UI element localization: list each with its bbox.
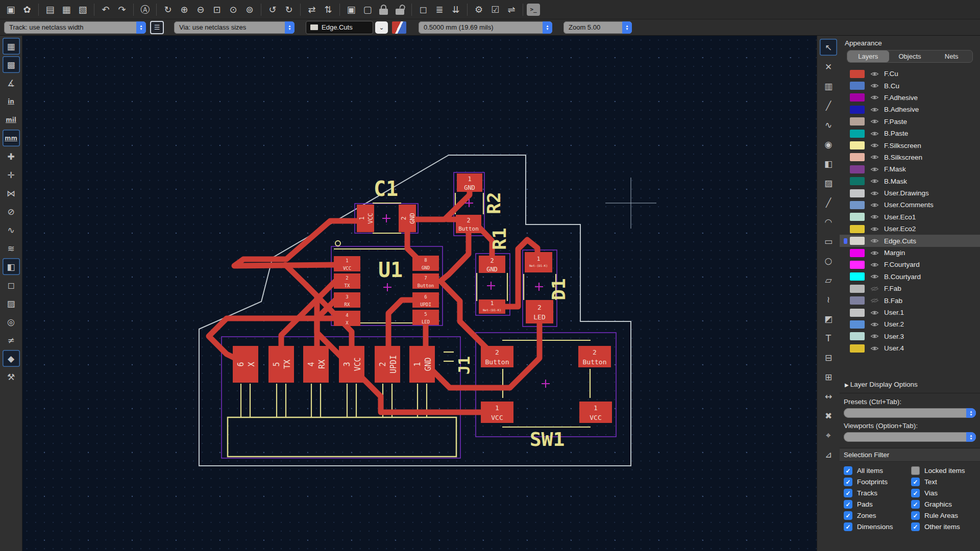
eye-icon[interactable] xyxy=(870,250,879,256)
eye-icon[interactable] xyxy=(870,310,879,316)
zoom-selection-icon[interactable]: ⊚ xyxy=(242,2,257,17)
stepper-icon[interactable]: ▲▼ xyxy=(966,432,976,442)
crosshair-full-icon[interactable]: ✛ xyxy=(3,166,20,183)
track-sketch-mode-icon[interactable]: ≠ xyxy=(3,332,20,348)
units-mm-icon[interactable]: mm xyxy=(3,130,20,146)
layer-row-user.3[interactable]: User.3 xyxy=(840,331,980,342)
add-table-icon[interactable]: ⊞ xyxy=(820,368,837,385)
draw-circle-icon[interactable]: ○ xyxy=(820,252,837,269)
layer-color-swatch[interactable] xyxy=(850,296,865,305)
eye-icon[interactable] xyxy=(870,178,879,184)
layer-row-f.paste[interactable]: F.Paste xyxy=(840,116,980,128)
board-setup-icon[interactable]: ⚙ xyxy=(471,2,486,17)
lock-icon[interactable] xyxy=(376,2,391,17)
unlock-icon[interactable] xyxy=(393,2,408,17)
zone-outline-mode-icon[interactable]: ◻ xyxy=(3,277,20,293)
draw-bezier-icon[interactable]: ≀ xyxy=(820,291,837,308)
layer-color-swatch[interactable] xyxy=(850,225,865,233)
via-sketch-mode-icon[interactable]: ◎ xyxy=(3,313,20,330)
presets-dropdown[interactable]: ▲▼ xyxy=(844,408,976,418)
eye-icon[interactable] xyxy=(870,94,879,101)
library-browser-icon[interactable]: ≣ xyxy=(432,2,447,17)
high-contrast-mode-icon[interactable]: ◆ xyxy=(3,350,20,367)
layer-color-swatch[interactable] xyxy=(850,201,865,209)
eye-icon[interactable] xyxy=(870,154,879,160)
layer-color-swatch[interactable] xyxy=(850,82,865,90)
curved-ratsnest-icon[interactable]: ∿ xyxy=(3,221,20,238)
filter-pads[interactable]: ✓ Pads xyxy=(844,500,911,509)
layer-row-b.fab[interactable]: B.Fab xyxy=(840,294,980,306)
checkbox[interactable] xyxy=(911,466,920,475)
filter-graphics[interactable]: ✓ Graphics xyxy=(911,500,980,509)
layer-color-swatch[interactable] xyxy=(850,332,865,340)
add-via-icon[interactable]: ◉ xyxy=(820,136,837,153)
layer-color-swatch[interactable] xyxy=(850,70,865,78)
checkbox[interactable]: ✓ xyxy=(844,511,852,520)
add-footprint-icon[interactable]: ▥ xyxy=(820,78,837,94)
draw-line-icon[interactable]: ╱ xyxy=(820,194,837,211)
stepper-icon[interactable]: ▲▼ xyxy=(285,21,295,34)
tab-layers[interactable]: Layers xyxy=(847,51,889,62)
flip-horizontal-icon[interactable]: ⇄ xyxy=(304,2,320,17)
update-pcb-icon[interactable]: ⇊ xyxy=(448,2,463,17)
layer-row-user.2[interactable]: User.2 xyxy=(840,318,980,330)
layer-row-f.fab[interactable]: F.Fab xyxy=(840,283,980,294)
filter-tracks[interactable]: ✓ Tracks xyxy=(844,489,911,497)
find-icon[interactable]: Ⓐ xyxy=(137,2,153,17)
rotate-cw-icon[interactable]: ↻ xyxy=(281,2,297,17)
layer-row-user.comments[interactable]: User.Comments xyxy=(840,199,980,211)
properties-tool-icon[interactable]: ⚒ xyxy=(3,368,20,385)
show-grid-icon[interactable]: ▦ xyxy=(3,38,20,55)
zoom-dropdown[interactable]: Zoom 5.00 ▲▼ xyxy=(564,21,632,34)
plot-icon[interactable]: ▧ xyxy=(75,2,90,17)
zoom-in-icon[interactable]: ⊕ xyxy=(177,2,192,17)
checkbox[interactable]: ✓ xyxy=(844,478,852,486)
net-highlight-icon[interactable]: ≋ xyxy=(3,240,20,257)
draw-arc-icon[interactable]: ◠ xyxy=(820,213,837,230)
track-width-dropdown[interactable]: Track: use netclass width ▲▼ xyxy=(4,21,146,34)
layer-row-f.mask[interactable]: F.Mask xyxy=(840,163,980,175)
rotate-ccw-icon[interactable]: ↺ xyxy=(265,2,280,17)
crosshair-cursor-icon[interactable]: ✚ xyxy=(3,148,20,165)
filter-other-items[interactable]: ✓ Other items xyxy=(911,522,980,531)
layer-pair-icon[interactable] xyxy=(392,21,406,34)
design-rules-check-icon[interactable]: ☑ xyxy=(487,2,503,17)
draw-polygon-icon[interactable]: ▱ xyxy=(820,271,837,288)
units-inches-icon[interactable]: in xyxy=(3,93,20,110)
layer-color-swatch[interactable] xyxy=(850,189,865,197)
plugin-manager-icon[interactable]: ✿ xyxy=(19,2,35,17)
layer-color-swatch[interactable] xyxy=(850,237,865,245)
layer-selector[interactable]: Edge.Cuts xyxy=(306,21,373,34)
hide-ratsnest-icon[interactable]: ⊘ xyxy=(3,203,20,220)
eye-icon[interactable] xyxy=(870,166,879,172)
eye-icon[interactable] xyxy=(870,345,879,352)
scripting-console-icon[interactable]: >_ xyxy=(527,4,540,16)
copper-trace[interactable] xyxy=(440,231,469,281)
layer-color-swatch[interactable] xyxy=(850,106,865,114)
layer-row-user.drawings[interactable]: User.Drawings xyxy=(840,187,980,199)
track-size-dropdown[interactable]: 0.5000 mm (19.69 mils) ▲▼ xyxy=(419,21,552,34)
layer-row-b.adhesive[interactable]: B.Adhesive xyxy=(840,104,980,115)
eye-icon[interactable] xyxy=(870,118,879,124)
layer-color-swatch[interactable] xyxy=(850,285,865,293)
stepper-icon[interactable]: ▲▼ xyxy=(966,408,976,418)
layer-color-swatch[interactable] xyxy=(850,177,865,185)
grid-overrides-icon[interactable]: ▩ xyxy=(3,56,20,73)
delete-tool-icon[interactable]: ✖ xyxy=(820,407,837,424)
units-mils-icon[interactable]: mil xyxy=(3,111,20,128)
layer-color-swatch[interactable] xyxy=(850,309,865,317)
filter-dimensions[interactable]: ✓ Dimensions xyxy=(844,522,911,531)
eye-icon[interactable] xyxy=(870,333,879,339)
undo-icon[interactable]: ↶ xyxy=(98,2,113,17)
layer-color-swatch[interactable] xyxy=(850,261,865,269)
eye-icon[interactable] xyxy=(870,214,879,220)
eye-hidden-icon[interactable] xyxy=(870,297,879,304)
redo-icon[interactable]: ↷ xyxy=(114,2,130,17)
copper-trace[interactable] xyxy=(440,281,496,355)
layer-color-swatch[interactable] xyxy=(850,141,865,149)
eye-icon[interactable] xyxy=(870,71,879,77)
layer-color-swatch[interactable] xyxy=(850,93,865,102)
add-dimension-icon[interactable]: ↔ xyxy=(820,388,837,405)
add-filled-zone-icon[interactable]: ◧ xyxy=(820,155,837,172)
eye-icon[interactable] xyxy=(870,273,879,280)
